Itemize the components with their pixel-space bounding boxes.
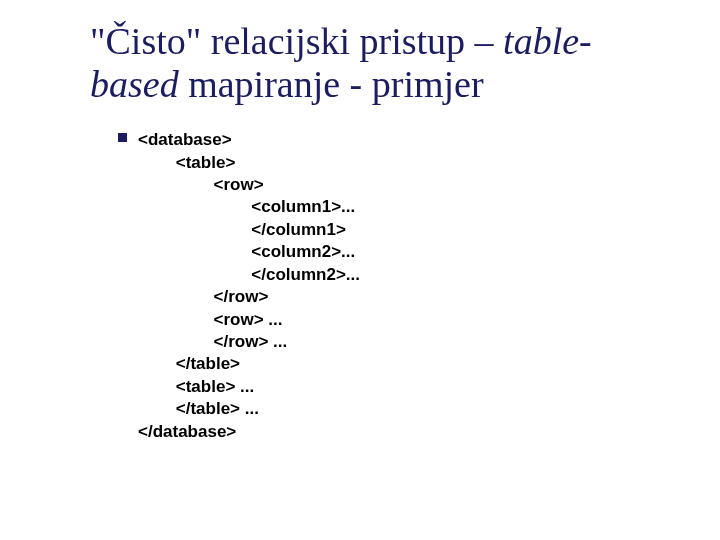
title-part2: mapiranje - primjer <box>179 63 484 105</box>
code-line: </table> <box>138 354 240 373</box>
code-line: <database> <box>138 130 232 149</box>
code-line: </column1> <box>138 220 346 239</box>
title-part1: "Čisto" relacijski pristup – <box>90 20 503 62</box>
code-line: <column1>... <box>138 197 355 216</box>
slide-title: "Čisto" relacijski pristup – table- base… <box>90 20 690 105</box>
code-line: <table> <box>138 153 235 172</box>
code-line: <table> ... <box>138 377 254 396</box>
title-italic-1: table- <box>503 20 592 62</box>
code-line: <column2>... <box>138 242 355 261</box>
code-line: </row> <box>138 287 268 306</box>
title-italic-2: based <box>90 63 179 105</box>
slide: "Čisto" relacijski pristup – table- base… <box>0 0 720 540</box>
code-line: </database> <box>138 422 236 441</box>
xml-code-block: <database> <table> <row> <column1>... </… <box>138 129 690 443</box>
code-line: </row> ... <box>138 332 287 351</box>
bullet-icon <box>118 133 127 142</box>
slide-body: <database> <table> <row> <column1>... </… <box>90 129 690 443</box>
code-line: <row> <box>138 175 264 194</box>
code-line: </column2>... <box>138 265 360 284</box>
code-line: <row> ... <box>138 310 283 329</box>
code-line: </table> ... <box>138 399 259 418</box>
